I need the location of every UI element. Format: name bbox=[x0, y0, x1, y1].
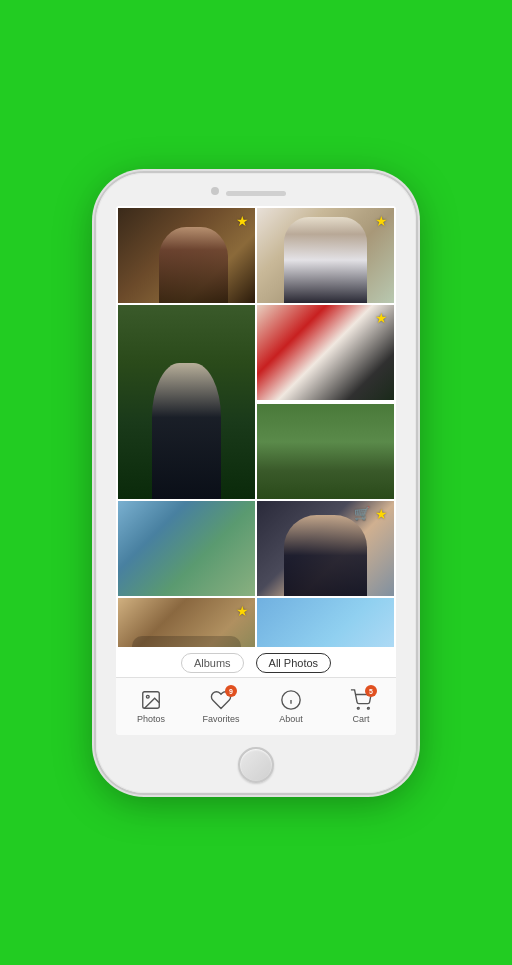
photo-grid: ★ ★ ★ 🛒 ★ ★ bbox=[116, 206, 396, 647]
star-icon[interactable]: ★ bbox=[375, 506, 388, 522]
heart-icon: 9 bbox=[209, 688, 233, 712]
favorites-badge: 9 bbox=[225, 685, 237, 697]
shopping-cart-icon: 5 bbox=[349, 688, 373, 712]
tab-bar: Photos 9 Favorites bbox=[116, 677, 396, 735]
cart-badge: 5 bbox=[365, 685, 377, 697]
star-icon[interactable]: ★ bbox=[375, 213, 388, 229]
albums-filter-btn[interactable]: Albums bbox=[181, 653, 244, 673]
svg-point-1 bbox=[146, 695, 149, 698]
star-icon[interactable]: ★ bbox=[375, 310, 388, 326]
phone-camera bbox=[211, 187, 219, 195]
home-button[interactable] bbox=[238, 747, 274, 783]
svg-point-5 bbox=[357, 707, 359, 709]
filter-row: Albums All Photos bbox=[116, 647, 396, 677]
star-icon[interactable]: ★ bbox=[236, 213, 249, 229]
photo-item[interactable] bbox=[118, 305, 255, 499]
tab-cart-label: Cart bbox=[352, 714, 369, 724]
star-icon[interactable]: ★ bbox=[236, 603, 249, 619]
tab-cart[interactable]: 5 Cart bbox=[326, 688, 396, 724]
photo-item[interactable]: ★ bbox=[118, 208, 255, 303]
tab-favorites[interactable]: 9 Favorites bbox=[186, 688, 256, 724]
photo-item[interactable]: ★ bbox=[257, 305, 394, 400]
photo-item[interactable] bbox=[118, 501, 255, 596]
tab-photos[interactable]: Photos bbox=[116, 688, 186, 724]
svg-point-6 bbox=[367, 707, 369, 709]
phone-frame: ★ ★ ★ 🛒 ★ ★ Al bbox=[96, 173, 416, 793]
info-icon bbox=[279, 688, 303, 712]
phone-screen: ★ ★ ★ 🛒 ★ ★ Al bbox=[116, 206, 396, 735]
tab-about[interactable]: About bbox=[256, 688, 326, 724]
photo-item[interactable]: ★ bbox=[118, 598, 255, 647]
cart-icon[interactable]: 🛒 bbox=[354, 506, 370, 521]
photo-item[interactable] bbox=[257, 404, 394, 499]
tab-about-label: About bbox=[279, 714, 303, 724]
all-photos-filter-btn[interactable]: All Photos bbox=[256, 653, 332, 673]
tab-photos-label: Photos bbox=[137, 714, 165, 724]
image-icon bbox=[139, 688, 163, 712]
photo-item[interactable]: ★ bbox=[257, 208, 394, 303]
phone-speaker bbox=[226, 191, 286, 196]
photo-item[interactable] bbox=[257, 598, 394, 647]
photo-item[interactable]: 🛒 ★ bbox=[257, 501, 394, 596]
tab-favorites-label: Favorites bbox=[202, 714, 239, 724]
